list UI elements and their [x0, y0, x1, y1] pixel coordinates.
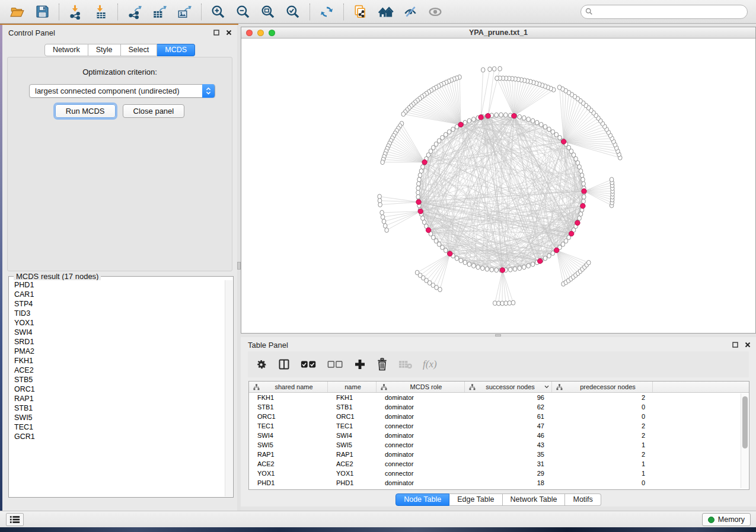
ring-node[interactable] — [551, 130, 555, 134]
table-row[interactable]: FKH1FKH1dominator962 — [249, 393, 749, 402]
satellite-node[interactable] — [381, 160, 385, 165]
table-scrollbar-thumb[interactable] — [742, 396, 748, 448]
tab-node-table[interactable]: Node Table — [395, 493, 449, 506]
zoom-selected-button[interactable] — [280, 2, 305, 21]
close-window-traffic-light[interactable] — [246, 30, 253, 36]
memory-button[interactable]: Memory — [702, 513, 751, 526]
ring-node[interactable] — [463, 260, 467, 265]
ring-node[interactable] — [490, 267, 494, 272]
refresh-view-button[interactable] — [314, 2, 339, 21]
add-column-button[interactable] — [354, 358, 366, 370]
mcds-result-item[interactable]: GCR1 — [9, 432, 225, 441]
ring-node[interactable] — [522, 265, 527, 270]
mcds-result-item[interactable]: TEC1 — [9, 422, 225, 432]
mcds-hub-node[interactable] — [538, 259, 543, 264]
satellite-node[interactable] — [378, 203, 382, 207]
export-network-button[interactable] — [122, 2, 147, 21]
cell-shared-name[interactable]: RAP1 — [249, 450, 328, 459]
clone-network-button[interactable] — [348, 2, 373, 21]
close-panel-icon[interactable] — [225, 29, 232, 36]
satellite-node[interactable] — [383, 223, 387, 228]
cell-shared-name[interactable]: SWI4 — [249, 431, 328, 440]
cell-successor-nodes[interactable]: 62 — [465, 402, 552, 412]
ring-node[interactable] — [467, 118, 471, 123]
horizontal-splitter-handle[interactable] — [495, 334, 501, 336]
cell-mcds-role[interactable]: dominator — [377, 431, 465, 440]
tab-network-table[interactable]: Network Table — [503, 493, 566, 506]
mcds-hub-node[interactable] — [418, 209, 423, 214]
ring-node[interactable] — [495, 268, 499, 273]
mcds-hub-node[interactable] — [512, 113, 516, 118]
run-mcds-button[interactable]: Run MCDS — [55, 104, 116, 118]
cell-successor-nodes[interactable]: 29 — [465, 469, 552, 478]
cell-mcds-role[interactable]: dominator — [377, 450, 465, 459]
ring-node[interactable] — [518, 266, 522, 271]
ring-node[interactable] — [444, 132, 448, 137]
tab-mcds[interactable]: MCDS — [157, 44, 195, 56]
satellite-node[interactable] — [493, 301, 497, 306]
function-builder-button[interactable]: f(x) — [423, 358, 437, 370]
cell-name[interactable]: ACE2 — [328, 459, 377, 469]
cell-predecessor-nodes[interactable]: 0 — [552, 402, 653, 412]
column-header-name[interactable]: name — [328, 382, 377, 392]
ring-node[interactable] — [547, 127, 551, 132]
zoom-fit-button[interactable] — [256, 2, 280, 21]
tab-network[interactable]: Network — [44, 44, 88, 56]
ring-node[interactable] — [416, 190, 420, 195]
column-header-successor-nodes[interactable]: successor nodes — [465, 382, 552, 392]
zoom-window-traffic-light[interactable] — [269, 30, 275, 36]
table-row[interactable]: SWI4SWI4dominator462 — [249, 431, 749, 440]
mcds-hub-node[interactable] — [575, 220, 580, 225]
ring-node[interactable] — [463, 120, 467, 125]
cell-successor-nodes[interactable]: 31 — [465, 459, 552, 469]
cell-name[interactable]: TEC1 — [328, 421, 377, 431]
ring-node[interactable] — [472, 117, 476, 122]
table-row[interactable]: ORC1ORC1dominator610 — [249, 412, 749, 421]
cell-name[interactable]: FKH1 — [328, 393, 377, 402]
mcds-hub-node[interactable] — [458, 122, 463, 127]
table-row[interactable]: PHD1PHD1dominator180 — [249, 478, 749, 488]
mcds-list-scrollbar[interactable] — [225, 280, 232, 496]
satellite-node[interactable] — [385, 228, 389, 233]
mcds-hub-node[interactable] — [554, 248, 559, 252]
cell-successor-nodes[interactable]: 35 — [465, 450, 552, 459]
ring-node[interactable] — [543, 256, 547, 261]
ring-node[interactable] — [416, 186, 420, 191]
satellite-node[interactable] — [382, 219, 386, 224]
ring-node[interactable] — [535, 120, 539, 125]
ring-node[interactable] — [527, 117, 531, 122]
cell-predecessor-nodes[interactable]: 2 — [552, 393, 653, 402]
table-row[interactable]: YOX1YOX1connector291 — [249, 469, 749, 478]
ring-node[interactable] — [417, 177, 422, 182]
ring-node[interactable] — [416, 194, 420, 199]
ring-node[interactable] — [539, 122, 543, 127]
mcds-hub-node[interactable] — [479, 115, 483, 120]
cell-shared-name[interactable]: ACE2 — [249, 459, 328, 469]
cell-predecessor-nodes[interactable]: 1 — [552, 459, 653, 469]
cell-shared-name[interactable]: STB1 — [249, 402, 328, 412]
satellite-node[interactable] — [511, 300, 515, 305]
ring-node[interactable] — [518, 114, 522, 119]
satellite-node[interactable] — [504, 301, 508, 306]
select-all-rows-button[interactable] — [301, 360, 317, 369]
ring-node[interactable] — [531, 262, 535, 267]
satellite-node[interactable] — [381, 215, 385, 220]
first-neighbors-button[interactable] — [373, 2, 398, 21]
ring-node[interactable] — [472, 264, 476, 268]
ring-node[interactable] — [441, 245, 445, 250]
show-hide-columns-button[interactable] — [278, 358, 290, 370]
ring-node[interactable] — [513, 267, 517, 271]
mcds-hub-node[interactable] — [500, 268, 505, 273]
close-panel-icon[interactable] — [744, 341, 751, 348]
mcds-result-item[interactable]: CAR1 — [9, 290, 225, 299]
ring-node[interactable] — [582, 194, 586, 199]
mcds-result-item[interactable]: STP4 — [9, 299, 225, 309]
cell-predecessor-nodes[interactable]: 2 — [552, 421, 653, 431]
mcds-hub-node[interactable] — [426, 227, 430, 232]
search-input[interactable] — [580, 5, 748, 19]
mcds-result-item[interactable]: SWI4 — [9, 328, 225, 337]
cell-mcds-role[interactable]: connector — [377, 421, 465, 431]
mcds-hub-node[interactable] — [580, 204, 585, 209]
mcds-result-item[interactable]: TID3 — [9, 309, 225, 318]
open-session-button[interactable] — [5, 2, 30, 21]
